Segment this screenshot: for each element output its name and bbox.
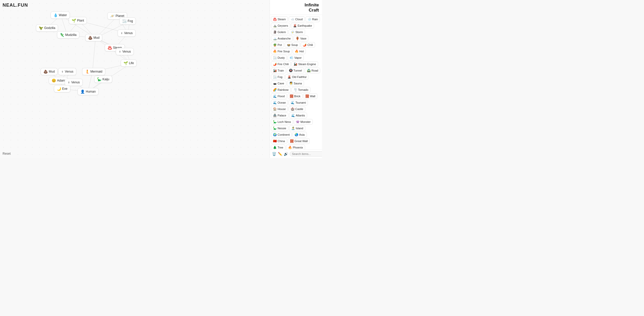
sidebar-item[interactable]: 🌪️Tornado [291, 87, 310, 93]
node-venus_top[interactable]: ♀Venus [118, 29, 136, 37]
edit-icon[interactable]: ✏️ [278, 152, 282, 156]
sidebar-item[interactable]: ⛈️Storm [289, 29, 305, 35]
sidebar-item[interactable]: 🏠House [271, 106, 288, 112]
sidebar-header: Infinite Craft [270, 0, 322, 15]
sidebar-item[interactable]: 🧖Sauna [287, 81, 304, 86]
node-fog[interactable]: 🌫️Fog [119, 17, 136, 25]
sidebar-item[interactable]: 🌈Rainbow [271, 87, 291, 93]
sidebar-item[interactable]: 🌋Earthquake [291, 23, 314, 28]
node-venus4[interactable]: ♀Venus [65, 79, 83, 86]
sidebar-item[interactable]: 🏝️Island [289, 125, 305, 131]
sidebar-item[interactable]: 🌍Continent [271, 132, 292, 137]
node-venus3[interactable]: ♀Venus [58, 68, 76, 75]
sidebar-item[interactable]: 🌊Flood [271, 93, 287, 99]
sidebar-item[interactable]: 🔥Hot [293, 48, 306, 54]
sidebar-item[interactable]: 🇨🇳China [271, 138, 287, 144]
sidebar-item[interactable]: 🏰Castle [289, 106, 305, 112]
sidebar-item[interactable]: 🦕Loch Ness [271, 119, 293, 125]
node-eve[interactable]: 🌙Eve [54, 85, 70, 92]
sidebar-footer: 🗑️ ✏️ 🔊 [270, 150, 322, 158]
sidebar-item[interactable]: 🏔️Avalanche [271, 36, 293, 41]
craft-canvas[interactable]: NEAL.FUN Reset 💧Water🌱Plant🦖Godzilla🦎Mud… [0, 0, 270, 158]
logo: NEAL.FUN [3, 3, 28, 8]
sidebar-item[interactable]: 🌋Old Faithful [285, 74, 308, 80]
node-mermaid[interactable]: 🧜Mermaid [82, 68, 105, 75]
node-water[interactable]: 💧Water [51, 12, 70, 19]
sidebar-item[interactable]: ☁️Cloud [289, 16, 305, 22]
sidebar-item[interactable]: 🏺Vase [293, 36, 308, 41]
sidebar-item[interactable]: 🦕Nessie [271, 125, 288, 131]
sidebar-item[interactable]: 🪴Pot [271, 42, 284, 48]
search-input[interactable] [290, 151, 322, 156]
sidebar-item[interactable]: 🌲Tree [271, 145, 285, 150]
sidebar-item[interactable]: 🌏Asia [292, 132, 307, 137]
sidebar-item[interactable]: 🌶️Fire Chili [271, 61, 291, 67]
sidebar-item[interactable]: 🕳️Cave [271, 81, 286, 86]
node-human[interactable]: 👤Human [78, 88, 99, 95]
delete-icon[interactable]: 🗑️ [272, 152, 276, 156]
sidebar-item[interactable]: 🌫️Fog [271, 74, 285, 80]
svg-line-16 [92, 38, 96, 72]
node-mud_center[interactable]: 💩Mud [85, 34, 102, 41]
sidebar-item[interactable]: 🌧️Rain [306, 16, 320, 22]
node-godzilla[interactable]: 🦖Godzilla [36, 24, 58, 32]
node-venus2[interactable]: ♀Venus [116, 48, 134, 55]
sidebar-item[interactable]: 🏯Palace [271, 113, 288, 118]
sidebar-item[interactable]: 🚂Steam Engine [291, 61, 318, 67]
sidebar-item[interactable]: 🌶️Chili [301, 42, 315, 48]
sidebar-item[interactable]: 🌊Ocean [271, 100, 288, 105]
sidebar-item[interactable]: 🚂Train [271, 68, 286, 73]
sidebar-item[interactable]: 🌊Tsunami [289, 100, 308, 105]
app-title: Infinite Craft [273, 3, 319, 13]
sidebar-item[interactable]: 🌫️Dusty [271, 55, 287, 61]
sidebar-item[interactable]: 🧱Great Wall [288, 138, 310, 144]
sidebar-item[interactable]: 🍲Soup [285, 42, 300, 48]
sidebar-item[interactable]: 🚇Tunnel [287, 68, 304, 73]
sidebar-item[interactable]: 🗿Golem [271, 29, 288, 35]
node-mud2[interactable]: 💩Mud [41, 68, 58, 75]
sidebar-item[interactable]: 🌊Atlantis [289, 113, 307, 118]
sound-icon[interactable]: 🔊 [284, 152, 288, 156]
sidebar-item[interactable]: 🧱Wall [303, 93, 317, 99]
sidebar-item[interactable]: ⛰️Geysers [271, 23, 290, 28]
sidebar-item[interactable]: 🛣️Road [305, 68, 320, 73]
node-life[interactable]: 🌱Life [121, 60, 137, 67]
sidebar-item[interactable]: 🧱Brick [288, 93, 302, 99]
node-plant[interactable]: 🌱Plant [69, 17, 87, 24]
reset-button[interactable]: Reset [3, 152, 11, 155]
sidebar-item[interactable]: 🔥Fire Soup [271, 48, 292, 54]
sidebar-item[interactable]: 💨Vapor [288, 55, 304, 61]
node-kaiju[interactable]: 🦕Kaiju [94, 76, 112, 83]
node-mudzilla[interactable]: 🦎Mudzilla [57, 31, 79, 38]
sidebar-item[interactable]: 🔥Phoenix [286, 145, 305, 150]
sidebar: Infinite Craft ♨️Steam☁️Cloud🌧️Rain⛰️Gey… [270, 0, 322, 158]
sidebar-items-list: ♨️Steam☁️Cloud🌧️Rain⛰️Geysers🌋Earthquake… [270, 15, 322, 150]
sidebar-item[interactable]: 👾Monster [294, 119, 313, 125]
sidebar-item[interactable]: ♨️Steam [271, 16, 288, 22]
